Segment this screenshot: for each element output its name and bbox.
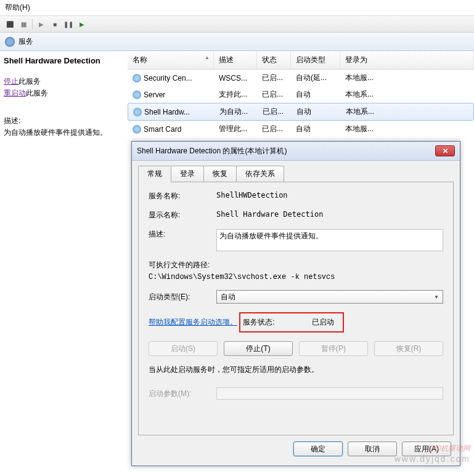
tab-strip: 常规 登录 恢复 依存关系: [132, 161, 460, 182]
cell-name: Server: [144, 91, 165, 99]
close-button[interactable]: ✕: [435, 145, 455, 156]
startup-param-label: 启动参数(M):: [149, 389, 216, 399]
service-icon: [133, 125, 141, 134]
toolbar-separator: [32, 18, 33, 30]
sub-header: 服务: [0, 33, 474, 51]
cell-name: Smart Card: [144, 125, 181, 134]
toolbar-restart-icon[interactable]: ▶: [76, 18, 88, 30]
cell-status: 已启...: [258, 105, 292, 118]
toolbar-stop-icon[interactable]: ■: [49, 18, 61, 30]
stop-service-link[interactable]: 停止: [4, 77, 18, 86]
table-row[interactable]: Server支持此...已启...自动本地系...: [128, 86, 474, 103]
service-icon: [133, 91, 141, 99]
toolbar-pause-icon[interactable]: ❚❚: [62, 18, 75, 30]
toolbar-view-icon[interactable]: ▦: [17, 18, 30, 30]
selected-service-name: Shell Hardware Detection: [4, 56, 124, 65]
description-field-label: 描述:: [149, 229, 216, 240]
cell-status: 已启...: [257, 88, 291, 101]
cell-status: 已启...: [257, 123, 291, 135]
sub-header-title: 服务: [18, 36, 33, 47]
cell-desc: 为自动...: [215, 105, 258, 118]
cell-logon: 本地系...: [341, 105, 473, 118]
tab-general[interactable]: 常规: [138, 166, 171, 182]
cell-startup: 自动: [291, 88, 340, 101]
display-name-label: 显示名称:: [149, 210, 216, 220]
startup-param-hint: 当从此处启动服务时，您可指定所适用的启动参数。: [149, 365, 443, 375]
restart-service-link[interactable]: 重启动: [4, 89, 26, 97]
cell-desc: 支持此...: [214, 88, 257, 101]
tab-dependencies[interactable]: 依存关系: [236, 166, 284, 182]
stop-button[interactable]: 停止(T): [224, 341, 293, 356]
service-status-value: 已启动: [312, 317, 334, 328]
start-button: 启动(S): [149, 341, 218, 356]
toolbar-play-icon[interactable]: ▶: [35, 18, 47, 30]
service-name-value: ShellHWDetection: [216, 191, 443, 200]
cell-name: Shell Hardw...: [144, 108, 190, 116]
executable-path-value: C:\Windows\System32\svchost.exe -k netsv…: [149, 273, 443, 281]
startup-type-dropdown[interactable]: 自动 ▼: [216, 290, 443, 304]
detail-pane: Shell Hardware Detection 停止此服务 重启动此服务 描述…: [0, 51, 128, 476]
resume-button: 恢复(R): [374, 341, 443, 356]
cell-desc: WSCS...: [214, 73, 257, 84]
table-header: 名称 描述 状态 启动类型 登录为: [128, 51, 474, 70]
apply-button[interactable]: 应用(A): [402, 442, 451, 456]
menu-bar: 帮助(H): [0, 0, 474, 16]
cancel-button[interactable]: 取消: [348, 442, 397, 456]
service-status-label: 服务状态:: [243, 317, 312, 328]
pause-button: 暂停(P): [299, 341, 368, 356]
startup-param-input: [216, 387, 443, 400]
cell-startup: 自动: [292, 105, 341, 118]
help-configure-link[interactable]: 帮助我配置服务启动选项。: [149, 317, 237, 328]
ok-button[interactable]: 确定: [293, 442, 343, 456]
tab-body: 服务名称: ShellHWDetection 显示名称: Shell Hardw…: [138, 182, 454, 435]
description-label: 描述:: [4, 116, 124, 126]
cell-startup: 自动(延...: [291, 71, 340, 84]
column-description[interactable]: 描述: [214, 51, 257, 69]
cell-logon: 本地服...: [340, 123, 474, 135]
column-name[interactable]: 名称: [128, 51, 214, 69]
service-icon: [133, 108, 142, 116]
services-icon: [5, 37, 15, 47]
startup-type-value: 自动: [221, 292, 235, 302]
properties-dialog: Shell Hardware Detection 的属性(本地计算机) ✕ 常规…: [131, 141, 460, 466]
service-name-label: 服务名称:: [149, 191, 216, 201]
cell-status: 已启...: [257, 71, 291, 84]
table-row[interactable]: Smart Card管理此...已启...自动本地服...: [128, 121, 474, 137]
restart-suffix: 此服务: [26, 89, 48, 97]
tab-logon[interactable]: 登录: [171, 166, 204, 182]
cell-logon: 本地系...: [340, 88, 474, 101]
column-logon[interactable]: 登录为: [340, 51, 474, 69]
dialog-titlebar[interactable]: Shell Hardware Detection 的属性(本地计算机) ✕: [132, 142, 460, 161]
dialog-footer: 确定 取消 应用(A): [132, 435, 460, 462]
service-icon: [133, 74, 141, 83]
cell-logon: 本地服...: [340, 71, 474, 84]
executable-path-label: 可执行文件的路径:: [149, 260, 443, 270]
toolbar-back-icon[interactable]: ⬛: [4, 18, 16, 30]
description-text: 为自动播放硬件事件提供通知。: [4, 127, 124, 138]
display-name-value: Shell Hardware Detection: [216, 210, 443, 219]
menu-help[interactable]: 帮助(H): [5, 3, 30, 12]
tab-recovery[interactable]: 恢复: [203, 166, 237, 182]
column-status[interactable]: 状态: [257, 51, 291, 69]
description-box[interactable]: 为自动播放硬件事件提供通知。: [216, 229, 443, 251]
cell-name: Security Cen...: [144, 74, 192, 83]
table-row[interactable]: Shell Hardw...为自动...已启...自动本地系...: [128, 103, 474, 121]
dialog-title: Shell Hardware Detection 的属性(本地计算机): [137, 146, 287, 156]
toolbar: ⬛ ▦ ▶ ■ ❚❚ ▶: [0, 16, 474, 33]
status-highlight: 服务状态: 已启动: [239, 312, 344, 333]
column-startup[interactable]: 启动类型: [291, 51, 340, 69]
stop-suffix: 此服务: [18, 77, 41, 86]
table-row[interactable]: Security Cen...WSCS...已启...自动(延...本地服...: [128, 70, 474, 86]
cell-desc: 管理此...: [214, 123, 257, 135]
dropdown-arrow-icon: ▼: [434, 294, 439, 300]
startup-type-label: 启动类型(E):: [149, 292, 216, 302]
cell-startup: 自动: [291, 123, 340, 135]
